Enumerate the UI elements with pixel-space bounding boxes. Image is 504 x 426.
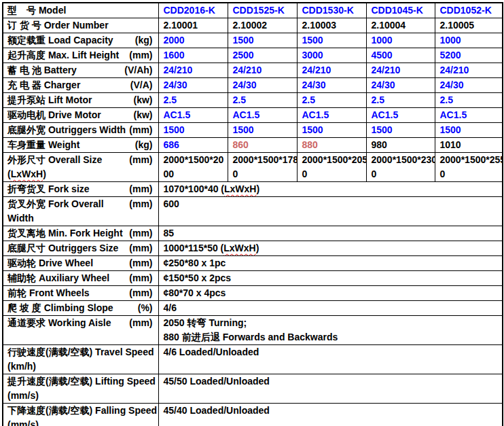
row-lift-motor: 提升泵站 Lift Motor(kw) 2.5 2.5 2.5 2.5 2.5 [3,93,503,108]
row-unit: (mm) [129,123,152,137]
row-falling-speed: 下降速度(满载/空载) Falling Speed (mm/s) 45/40 L… [3,404,503,426]
row-unit: (mm) [129,286,152,300]
value-cell: 1500 [366,123,435,138]
value-cell: 1010 [435,138,503,153]
row-drive-motor: 驱动电机 Drive Motor(kw) AC1.5 AC1.5 AC1.5 A… [3,108,503,123]
value-cell: 600 [158,197,503,226]
row-label: 货叉离地 Min. Fork Height [7,226,123,241]
value-cell: 3000 [297,48,366,63]
value-cell: 2000*1500*230 0 [366,153,435,182]
row-unit: (mm) [129,316,152,330]
value-cell: 1500 [228,123,297,138]
row-unit: (mm) [129,197,152,226]
row-travel-speed: 行驶速度(满载/空载) Travel Speed (km/h) 4/6 Load… [3,345,503,374]
value-cell: 2.10003 [297,18,366,33]
value-cell: 1000 [366,33,435,48]
value-cell: 1070*100*40 (LxWxH) [158,182,503,197]
value-cell: AC1.5 [366,108,435,123]
value-cell: 45/40 Loaded/Unloaded [158,404,503,426]
row-unit: (%) [138,301,153,315]
value-cell: 1500 [297,33,366,48]
row-unit: (mm) [129,241,152,255]
row-label: 爬 坡 度 Climbing Slope [7,301,113,315]
row-fork-size: 折弯货叉 Fork size(mm) 1070*100*40 (LxWxH) [3,182,503,197]
row-label: 订 货 号 Order Number [7,18,109,33]
value-cell: 5200 [435,48,503,63]
row-min-fork-height: 货叉离地 Min. Fork Height(mm) 85 [3,226,503,241]
row-label: 提升速度(满载/空载) Lifting Speed (mm/s) [3,374,158,404]
row-label: 车身重量 Weight [7,138,79,152]
row-label: 底腿尺寸 Outriggers Size [7,241,118,255]
row-overall-size: 外形尺寸 Overall Size (LxWxH)(mm) 2000*1500*… [3,153,503,182]
row-label: 蓄 电 池 Battery [7,63,77,77]
row-label: 辅助轮 Auxiliary Wheel [7,271,109,285]
value-cell: 1500 [297,123,366,138]
row-order-number: 订 货 号 Order Number 2.10001 2.10002 2.100… [3,18,503,33]
row-charger: 充 电 器 Charger(V/A) 24/30 24/30 24/30 24/… [3,78,503,93]
value-cell: 2.5 [228,93,297,108]
row-label: 提升泵站 Lift Motor [7,93,92,107]
value-cell: 24/30 [366,78,435,93]
value-cell: 24/30 [435,78,503,93]
value-cell: 2.10004 [366,18,435,33]
value-cell: 2000*1500*20 00 [158,153,228,182]
value-cell: 4500 [366,48,435,63]
value-cell: 980 [366,138,435,153]
value-cell: 2000*1500*255 0 [435,153,503,182]
row-label: 货叉外宽 Fork Overall Width [7,197,129,226]
row-label: 前轮 Front Wheels [7,286,90,300]
value-cell: 2.10001 [158,18,228,33]
row-lift-height: 起升高度 Max. Lift Height(mm) 1600 2500 3000… [3,48,503,63]
value-cell: 2500 [228,48,297,63]
value-cell: 2000 [158,33,228,48]
row-label: 行驶速度(满载/空载) Travel Speed (km/h) [3,345,158,374]
value-cell: 1600 [158,48,228,63]
row-unit: (V/A) [130,78,153,92]
row-label: 下降速度(满载/空载) Falling Speed (mm/s) [3,404,158,426]
value-cell: 24/30 [158,78,228,93]
value-cell: 2.10005 [435,18,503,33]
spellcheck-squiggle: LxWxH [11,168,43,179]
value-cell: 24/210 [297,63,366,78]
value-cell: 24/210 [228,63,297,78]
row-label: 额定载重 Load Capacity [7,33,113,48]
value-cell: 2.5 [297,93,366,108]
value-cell: 85 [158,226,503,241]
row-label: 起升高度 Max. Lift Height [7,48,119,63]
row-model: 型 号 Model CDD2016-K CDD1525-K CDD1530-K … [3,3,503,18]
row-label: 驱动轮 Drive Wheel [7,256,93,270]
row-drive-wheel: 驱动轮 Drive Wheel(mm) ¢250*80 x 1pc [3,256,503,271]
value-cell: 1000*115*50 (LxWxH) [158,241,503,256]
spec-table: 型 号 Model CDD2016-K CDD1525-K CDD1530-K … [2,2,503,426]
spellcheck-squiggle: LxWxH [223,243,255,253]
value-cell: ¢80*70 x 4pcs [158,286,503,301]
value-cell: 24/210 [366,63,435,78]
value-cell: 24/30 [228,78,297,93]
row-battery: 蓄 电 池 Battery(V/Ah) 24/210 24/210 24/210… [3,63,503,78]
row-front-wheels: 前轮 Front Wheels(mm) ¢80*70 x 4pcs [3,286,503,301]
value-cell: 1500 [435,123,503,138]
row-fork-overall-width: 货叉外宽 Fork Overall Width(mm) 600 [3,197,503,226]
row-unit: (mm) [129,226,152,241]
row-load-capacity: 额定载重 Load Capacity(kg) 2000 1500 1500 10… [3,33,503,48]
row-outriggers-size: 底腿尺寸 Outriggers Size(mm) 1000*115*50 (Lx… [3,241,503,256]
value-cell: 1000 [435,33,503,48]
model-cell: CDD1052-K [435,3,503,18]
row-weight: 车身重量 Weight(kg) 686 860 880 980 1010 [3,138,503,153]
row-unit: (kw) [134,108,153,122]
row-label: 外形尺寸 Overall Size (LxWxH) [7,153,129,181]
row-unit: (mm) [129,153,152,181]
row-label: 充 电 器 Charger [7,78,80,92]
row-unit: (mm) [129,182,152,196]
model-cell: CDD1045-K [366,3,435,18]
value-cell: AC1.5 [297,108,366,123]
value-cell: 2.5 [435,93,503,108]
row-label: 底腿外宽 Outriggers Width [7,123,126,137]
row-unit: (mm) [129,271,152,285]
row-lifting-speed: 提升速度(满载/空载) Lifting Speed (mm/s) 45/50 L… [3,374,503,404]
value-cell: ¢250*80 x 1pc [158,256,503,271]
model-cell: CDD2016-K [158,3,228,18]
row-climbing-slope: 爬 坡 度 Climbing Slope(%) 4/6 [3,301,503,316]
value-cell: AC1.5 [228,108,297,123]
model-cell: CDD1525-K [228,3,297,18]
